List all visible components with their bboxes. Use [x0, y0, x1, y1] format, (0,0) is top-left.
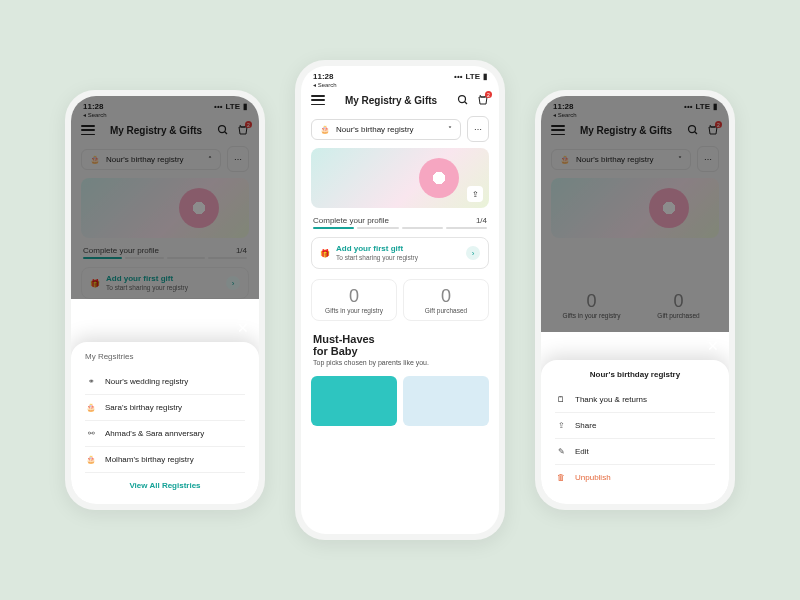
status-bar: 11:28 •••LTE▮	[71, 96, 259, 111]
ring-icon: ⚭	[85, 377, 97, 386]
add-gift-card[interactable]: 🎁 Add your first giftTo start sharing yo…	[81, 267, 249, 299]
cake-icon: 🎂	[85, 403, 97, 412]
menu-icon[interactable]	[551, 125, 565, 135]
stat-gifts[interactable]: 0 Gifts in your registry	[311, 279, 397, 321]
phone-actions-sheet: 11:28 •••LTE▮ ◂ Search My Registry & Gif…	[535, 90, 735, 510]
chevron-down-icon: ˅	[448, 125, 452, 134]
profile-progress	[71, 257, 259, 263]
back-to-search[interactable]: ◂ Search	[301, 81, 499, 88]
status-indicators: •••LTE▮	[214, 102, 247, 111]
back-to-search[interactable]: ◂ Search	[71, 111, 259, 118]
profile-progress	[301, 227, 499, 233]
action-edit[interactable]: ✎Edit	[555, 439, 715, 465]
phone-main: 11:28 •••LTE▮ ◂ Search My Registry & Gif…	[295, 60, 505, 540]
view-all-registries[interactable]: View All Registries	[85, 473, 245, 490]
registry-current: Nour's birthay registry	[576, 155, 654, 164]
back-to-search[interactable]: ◂ Search	[541, 111, 729, 118]
cart-icon[interactable]: 2	[707, 124, 719, 136]
status-time: 11:28	[83, 102, 103, 111]
registry-item[interactable]: 🎂Molham's birthay registry	[85, 447, 245, 473]
registry-dropdown[interactable]: 🎂 Nour's birthay registry ˅	[551, 149, 691, 170]
status-indicators: •••LTE▮	[684, 102, 717, 111]
registry-more-button[interactable]: ⋯	[697, 146, 719, 172]
product-card[interactable]	[403, 376, 489, 426]
action-share[interactable]: ⇪Share	[555, 413, 715, 439]
edit-icon: ✎	[555, 447, 567, 456]
registry-more-button[interactable]: ⋯	[467, 116, 489, 142]
trash-icon: 🗑	[555, 473, 567, 482]
product-card[interactable]	[311, 376, 397, 426]
status-indicators: •••LTE▮	[454, 72, 487, 81]
registry-item[interactable]: ⚯Ahmad's & Sara annversary	[85, 421, 245, 447]
gift-icon: 🎁	[320, 249, 330, 258]
svg-point-2	[459, 96, 466, 103]
hero-image	[551, 178, 719, 238]
registry-item[interactable]: 🎂Sara's birthay registry	[85, 395, 245, 421]
search-icon[interactable]	[457, 94, 469, 106]
svg-line-5	[695, 132, 698, 135]
rings-icon: ⚯	[85, 429, 97, 438]
profile-step: 1/4	[236, 246, 247, 255]
menu-icon[interactable]	[311, 95, 325, 105]
cart-icon[interactable]: 2	[237, 124, 249, 136]
note-icon: 🗒	[555, 395, 567, 404]
share-icon: ⇪	[555, 421, 567, 430]
action-unpublish[interactable]: 🗑Unpublish	[555, 465, 715, 490]
registry-dropdown[interactable]: 🎂 Nour's birthay registry ˄	[81, 149, 221, 170]
action-thank-you[interactable]: 🗒Thank you & returns	[555, 387, 715, 413]
cake-icon: 🎂	[320, 125, 330, 134]
svg-line-1	[225, 132, 228, 135]
actions-sheet: ✕ Nour's birthday registry 🗒Thank you & …	[541, 360, 729, 504]
cake-icon: 🎂	[90, 155, 100, 164]
cart-icon[interactable]: 2	[477, 94, 489, 106]
status-bar: 11:28 •••LTE▮	[541, 96, 729, 111]
svg-point-0	[219, 126, 226, 133]
complete-profile-label: Complete your profile	[83, 246, 159, 255]
page-title: My Registry & Gifts	[345, 95, 437, 106]
cart-badge: 2	[715, 121, 722, 128]
stat-purchased[interactable]: 0 Gift purchased	[638, 284, 719, 326]
page-title: My Registry & Gifts	[580, 125, 672, 136]
registry-current: Nour's birthay registry	[336, 125, 414, 134]
must-haves-section: Must-Havesfor Baby Top picks chosen by p…	[301, 327, 499, 372]
close-icon[interactable]: ✕	[707, 338, 719, 354]
search-icon[interactable]	[217, 124, 229, 136]
hero-image: ⇪	[311, 148, 489, 208]
gift-icon: 🎁	[90, 279, 100, 288]
svg-point-4	[689, 126, 696, 133]
cake-icon: 🎂	[560, 155, 570, 164]
chevron-right-icon: ›	[466, 246, 480, 260]
status-time: 11:28	[313, 72, 333, 81]
cart-badge: 2	[485, 91, 492, 98]
share-hero-button[interactable]: ⇪	[467, 186, 483, 202]
phone-registries-sheet: 11:28 •••LTE▮ ◂ Search My Registry & Gif…	[65, 90, 265, 510]
cake-icon: 🎂	[85, 455, 97, 464]
sheet-title: My Regsitries	[85, 352, 245, 361]
status-time: 11:28	[553, 102, 573, 111]
status-bar: 11:28 •••LTE▮	[301, 66, 499, 81]
stat-purchased[interactable]: 0 Gift purchased	[403, 279, 489, 321]
cart-badge: 2	[245, 121, 252, 128]
complete-profile-label: Complete your profile	[313, 216, 389, 225]
registry-item[interactable]: ⚭Nour's wedding registry	[85, 369, 245, 395]
menu-icon[interactable]	[81, 125, 95, 135]
registry-dropdown[interactable]: 🎂 Nour's birthay registry ˅	[311, 119, 461, 140]
page-title: My Registry & Gifts	[110, 125, 202, 136]
sheet-title: Nour's birthday registry	[555, 370, 715, 379]
registry-current: Nour's birthay registry	[106, 155, 184, 164]
registries-sheet: ✕ My Regsitries ⚭Nour's wedding registry…	[71, 342, 259, 504]
search-icon[interactable]	[687, 124, 699, 136]
stat-gifts[interactable]: 0 Gifts in your registry	[551, 284, 632, 326]
chevron-right-icon: ›	[226, 276, 240, 290]
chevron-up-icon: ˄	[208, 155, 212, 164]
profile-step: 1/4	[476, 216, 487, 225]
hero-image	[81, 178, 249, 238]
add-gift-card[interactable]: 🎁 Add your first giftTo start sharing yo…	[311, 237, 489, 269]
registry-more-button[interactable]: ⋯	[227, 146, 249, 172]
chevron-down-icon: ˅	[678, 155, 682, 164]
close-icon[interactable]: ✕	[237, 320, 249, 336]
svg-line-3	[465, 102, 468, 105]
